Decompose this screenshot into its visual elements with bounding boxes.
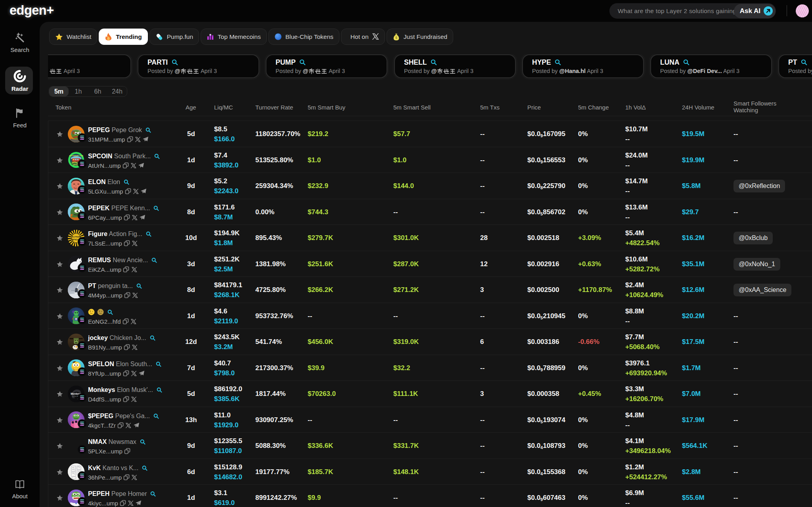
svg-text:SOUTHPARK COIN: SOUTHPARK COIN [69,155,83,157]
svg-text:penguin: penguin [71,290,76,291]
svg-text:$: $ [395,36,397,40]
